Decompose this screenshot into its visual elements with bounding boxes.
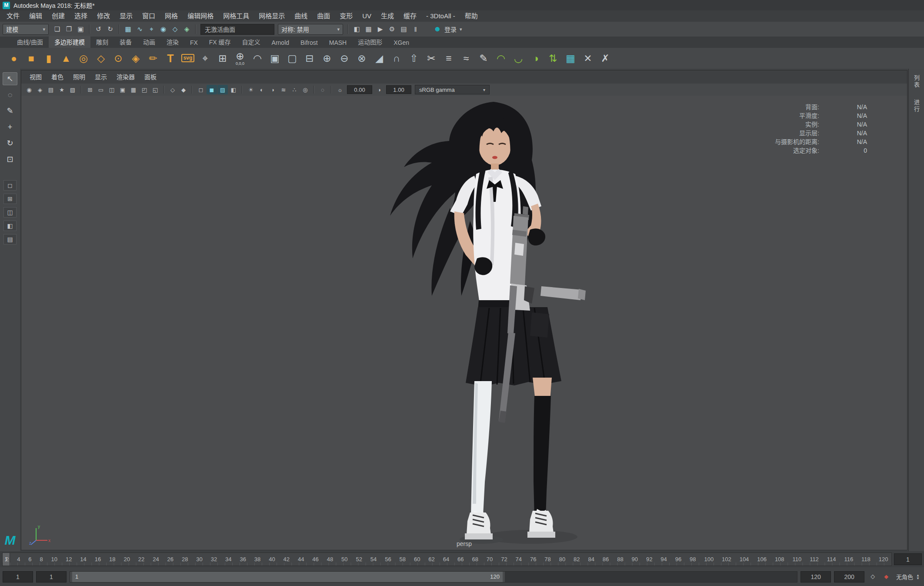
motion-blur-icon[interactable]: ≋ (278, 85, 289, 94)
rotate-tool[interactable]: ↻ (3, 137, 17, 150)
boolean-union-icon[interactable]: ⊕ (318, 49, 336, 68)
divider[interactable] (119, 24, 120, 34)
right-tab-lists[interactable]: 列表 (912, 73, 921, 90)
ipr-render-icon[interactable]: ▶ (374, 23, 386, 35)
exposure-field[interactable]: 0.00 (347, 85, 372, 94)
isolate-select-icon[interactable]: ◌ (317, 85, 328, 94)
use-default-material-icon[interactable]: ◧ (228, 85, 239, 94)
shelf-tab-rigging[interactable]: 装备 (114, 36, 137, 48)
snap-to-projected-center-icon[interactable]: ◉ (157, 23, 169, 35)
layout-two-pane-button[interactable]: ◫ (3, 207, 17, 218)
playback-range-bar[interactable]: 1 120 (70, 572, 505, 582)
menu-file[interactable]: 文件 (2, 10, 24, 22)
panel-menu-show[interactable]: 显示 (90, 70, 112, 84)
menu-uv[interactable]: UV (357, 10, 376, 22)
exposure-icon[interactable]: ☼ (335, 85, 345, 94)
frame-all-icon[interactable]: ◇ (167, 85, 178, 94)
layout-four-pane-button[interactable]: ⊞ (3, 194, 17, 204)
panel-menu-lighting[interactable]: 照明 (68, 70, 90, 84)
gamma-icon[interactable]: ◑ (374, 85, 384, 94)
range-slider-track[interactable]: 1 120 (70, 571, 797, 583)
poly-sphere-icon[interactable]: ● (5, 49, 23, 68)
extract-icon[interactable]: ⊟ (301, 49, 318, 68)
menu-cache[interactable]: 缓存 (399, 10, 421, 22)
panel-menu-panels[interactable]: 面板 (140, 70, 161, 84)
shelf-tab-motion-graphics[interactable]: 运动图形 (352, 36, 388, 48)
lights-icon[interactable]: ☀ (246, 85, 256, 94)
redo-icon[interactable]: ↻ (104, 23, 116, 35)
panel-menu-renderer[interactable]: 渲染器 (112, 70, 140, 84)
snap-to-grid-icon[interactable]: ▦ (122, 23, 134, 35)
reverse-normals-icon[interactable]: ⇅ (544, 49, 562, 68)
panel-menu-shading[interactable]: 着色 (47, 70, 68, 84)
select-tool[interactable]: ↖ (3, 72, 17, 85)
smooth-shade-icon[interactable]: ◼ (207, 85, 217, 94)
color-transform-selector[interactable]: sRGB gamma ▾ (415, 85, 490, 94)
shelf-tab-arnold[interactable]: Arnold (266, 37, 295, 48)
connect-tool-icon[interactable]: ≡ (440, 49, 457, 68)
animation-start-field[interactable]: 1 (3, 571, 33, 583)
snap-to-view-plane-icon[interactable]: ◇ (169, 23, 181, 35)
camera-attributes-icon[interactable]: ▤ (46, 85, 56, 94)
menu-curves[interactable]: 曲线 (290, 10, 312, 22)
menu-windows[interactable]: 窗口 (137, 10, 160, 22)
divider[interactable] (331, 86, 332, 94)
field-chart-icon[interactable]: ▦ (128, 85, 139, 94)
menu-3dtoall[interactable]: - 3DtoAll - (421, 10, 460, 22)
menu-select[interactable]: 选择 (70, 10, 92, 22)
menu-modify[interactable]: 修改 (92, 10, 115, 22)
harden-edge-icon[interactable]: ◡ (510, 49, 527, 68)
menu-deform[interactable]: 变形 (335, 10, 357, 22)
depth-of-field-icon[interactable]: ◎ (300, 85, 310, 94)
poly-cube-icon[interactable]: ■ (23, 49, 40, 68)
svg-tool-icon[interactable]: svg (179, 49, 197, 68)
select-camera-icon[interactable]: ◉ (24, 85, 34, 94)
menu-mesh-tools[interactable]: 网格工具 (218, 10, 254, 22)
bevel-icon[interactable]: ◢ (370, 49, 388, 68)
frame-selected-icon[interactable]: ◆ (178, 85, 189, 94)
poly-cone-icon[interactable]: ▲ (57, 49, 75, 68)
current-time-field[interactable]: 1 (894, 553, 922, 565)
safe-action-icon[interactable]: ◰ (139, 85, 150, 94)
soften-edge-icon[interactable]: ◠ (492, 49, 510, 68)
divider[interactable] (89, 24, 90, 34)
poly-cylinder-icon[interactable]: ▮ (40, 49, 57, 68)
snap-together-icon[interactable]: ⊞ (214, 49, 231, 68)
save-scene-icon[interactable]: ▣ (75, 23, 87, 35)
boolean-intersection-icon[interactable]: ⊗ (353, 49, 370, 68)
pause-viewport-icon[interactable]: ‖ (410, 23, 421, 35)
menu-set-selector[interactable]: 建模 ▾ (3, 24, 49, 35)
image-plane-icon[interactable]: ▧ (67, 85, 78, 94)
login-button[interactable]: ☻ 登录 ▾ (430, 23, 465, 35)
sculpt-tool-icon[interactable]: ✏ (144, 49, 162, 68)
shelf-tab-custom[interactable]: 自定义 (237, 36, 266, 48)
panel-menu-view[interactable]: 视图 (25, 70, 47, 84)
layout-single-pane-button[interactable]: ◻ (3, 180, 17, 191)
divider[interactable] (242, 86, 243, 94)
set-key-icon[interactable]: ⬦ (867, 572, 878, 582)
menu-edit-mesh[interactable]: 编辑网格 (183, 10, 218, 22)
divider[interactable] (195, 24, 196, 34)
film-gate-icon[interactable]: ▭ (96, 85, 106, 94)
crease-tool-icon[interactable]: ≈ (457, 49, 475, 68)
divider[interactable] (314, 86, 314, 94)
lasso-select-tool[interactable]: ◌ (3, 88, 17, 101)
multi-cut-icon[interactable]: ✂ (423, 49, 440, 68)
shelf-tab-rendering[interactable]: 渲染 (161, 36, 184, 48)
auto-keyframe-icon[interactable]: ⬥ (881, 572, 891, 582)
render-view-icon[interactable]: ◧ (351, 23, 363, 35)
wireframe-icon[interactable]: ◻ (196, 85, 206, 94)
undo-icon[interactable]: ↺ (93, 23, 104, 35)
create-type-icon[interactable]: T (162, 49, 179, 68)
shelf-tab-fx-caching[interactable]: FX 缓存 (203, 36, 237, 48)
menu-help[interactable]: 帮助 (460, 10, 483, 22)
multi-component-icon[interactable]: ✕ (579, 49, 597, 68)
render-current-frame-icon[interactable]: ▦ (363, 23, 374, 35)
snap-to-curve-icon[interactable]: ∿ (134, 23, 146, 35)
divider[interactable] (81, 86, 82, 94)
active-surface-field[interactable]: 无激活曲面 (200, 24, 274, 35)
quad-draw-icon[interactable]: ✎ (475, 49, 492, 68)
layout-outliner-persp-button[interactable]: ◧ (3, 221, 17, 231)
gate-mask-icon[interactable]: ▣ (117, 85, 128, 94)
menu-create[interactable]: 创建 (47, 10, 70, 22)
